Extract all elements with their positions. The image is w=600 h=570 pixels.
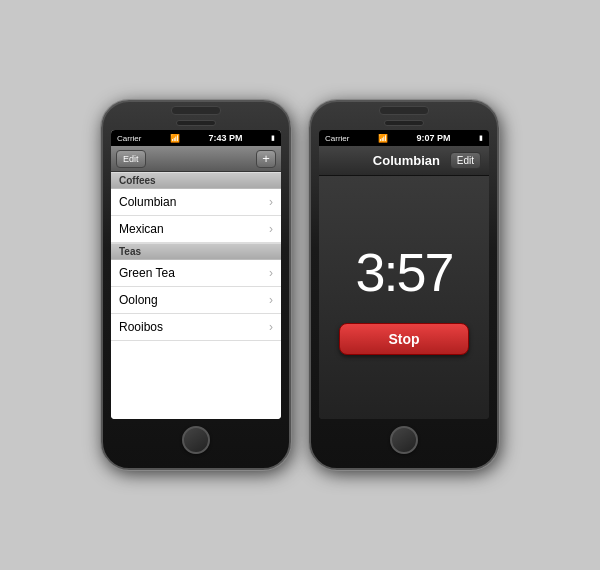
phone-1: Carrier 📶 7:43 PM ▮ Edit + Coffees Colum… — [101, 100, 291, 470]
phone-1-battery-icon: ▮ — [271, 134, 275, 142]
timer-display: 3:57 Stop — [319, 176, 489, 419]
empty-space — [111, 341, 281, 419]
stop-button[interactable]: Stop — [339, 323, 469, 355]
list-item-oolong-label: Oolong — [119, 293, 158, 307]
chevron-right-icon: › — [269, 320, 273, 334]
list-item-greentea[interactable]: Green Tea › — [111, 260, 281, 287]
timer-time: 3:57 — [355, 241, 452, 303]
phone-1-carrier: Carrier — [117, 134, 141, 143]
phone-2-battery-icon: ▮ — [479, 134, 483, 142]
chevron-right-icon: › — [269, 195, 273, 209]
phone-2-wifi-icon: 📶 — [378, 134, 388, 143]
phone-1-status-bar: Carrier 📶 7:43 PM ▮ — [111, 130, 281, 146]
phone-2-screen: Carrier 📶 9:07 PM ▮ Columbian Edit 3:57 … — [319, 130, 489, 419]
list-item-columbian[interactable]: Columbian › — [111, 189, 281, 216]
phone-2-navbar: Columbian Edit — [319, 146, 489, 176]
teas-section-header: Teas — [111, 243, 281, 260]
list-item-mexican[interactable]: Mexican › — [111, 216, 281, 243]
list-item-mexican-label: Mexican — [119, 222, 164, 236]
edit-button[interactable]: Edit — [116, 150, 146, 168]
phone-2: Carrier 📶 9:07 PM ▮ Columbian Edit 3:57 … — [309, 100, 499, 470]
phone-1-wifi-icon: 📶 — [170, 134, 180, 143]
list-item-oolong[interactable]: Oolong › — [111, 287, 281, 314]
phone-2-time: 9:07 PM — [416, 133, 450, 143]
chevron-right-icon: › — [269, 222, 273, 236]
phone-2-edit-button[interactable]: Edit — [450, 152, 481, 169]
phone-1-speaker — [176, 120, 216, 126]
add-button[interactable]: + — [256, 150, 276, 168]
phone-1-home-button[interactable] — [182, 426, 210, 454]
phone-2-icons: ▮ — [479, 134, 483, 142]
list-item-columbian-label: Columbian — [119, 195, 176, 209]
phone-1-time: 7:43 PM — [208, 133, 242, 143]
list-item-greentea-label: Green Tea — [119, 266, 175, 280]
list-item-rooibos-label: Rooibos — [119, 320, 163, 334]
phone-1-screen: Carrier 📶 7:43 PM ▮ Edit + Coffees Colum… — [111, 130, 281, 419]
phone-1-icons: ▮ — [271, 134, 275, 142]
phone-2-title: Columbian — [373, 153, 440, 168]
phone-2-home-button[interactable] — [390, 426, 418, 454]
chevron-right-icon: › — [269, 293, 273, 307]
coffees-section-header: Coffees — [111, 172, 281, 189]
phone-2-status-bar: Carrier 📶 9:07 PM ▮ — [319, 130, 489, 146]
phone-2-carrier: Carrier — [325, 134, 349, 143]
chevron-right-icon: › — [269, 266, 273, 280]
phone-1-navbar: Edit + — [111, 146, 281, 172]
phone-2-speaker — [384, 120, 424, 126]
list-item-rooibos[interactable]: Rooibos › — [111, 314, 281, 341]
